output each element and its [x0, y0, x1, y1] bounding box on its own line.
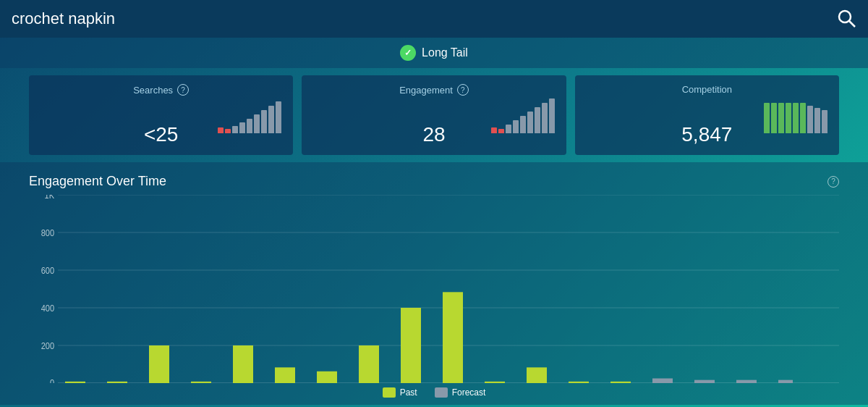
- longtail-label: Long Tail: [422, 46, 468, 59]
- engagement-chart-area: 1K 800 600 400 200 0: [29, 195, 839, 383]
- longtail-bar: ✓ Long Tail: [0, 38, 868, 68]
- metric-card-engagement: Engagement ? 28: [302, 75, 566, 155]
- svg-rect-22: [401, 308, 421, 383]
- svg-rect-28: [652, 379, 673, 384]
- longtail-badge: ✓ Long Tail: [400, 45, 468, 61]
- svg-rect-25: [527, 367, 547, 383]
- mini-bar: [513, 120, 519, 133]
- svg-rect-23: [443, 292, 463, 383]
- svg-text:600: 600: [41, 267, 54, 275]
- mini-bar: [807, 106, 813, 133]
- svg-text:400: 400: [41, 304, 54, 313]
- mini-bar: [822, 110, 827, 133]
- metric-title-competition: Competition: [682, 84, 732, 95]
- engagement-over-time-info-icon[interactable]: ?: [827, 176, 839, 188]
- engagement-info-icon[interactable]: ?: [457, 84, 469, 96]
- mini-bar: [247, 119, 252, 133]
- legend-past: Past: [383, 387, 417, 398]
- section-header: Engagement Over Time ?: [29, 174, 839, 189]
- header: crochet napkin: [0, 0, 868, 38]
- legend-past-label: Past: [400, 387, 417, 398]
- svg-rect-14: [65, 382, 85, 383]
- longtail-icon: ✓: [400, 45, 416, 61]
- mini-bar: [232, 126, 238, 133]
- mini-bar: [793, 103, 799, 133]
- legend-forecast: Forecast: [435, 387, 486, 398]
- svg-rect-20: [317, 372, 337, 383]
- metric-title-engagement: Engagement ?: [399, 84, 469, 96]
- engagement-mini-chart: [290, 97, 554, 133]
- mini-bar: [254, 114, 260, 133]
- svg-rect-19: [275, 367, 295, 383]
- svg-rect-15: [107, 382, 127, 383]
- mini-bar: [542, 103, 548, 133]
- mini-bar: [549, 98, 555, 133]
- mini-bar: [491, 127, 497, 133]
- svg-text:200: 200: [41, 342, 54, 351]
- svg-rect-26: [569, 382, 589, 383]
- page-title: crochet napkin: [12, 9, 115, 28]
- svg-rect-31: [778, 380, 793, 383]
- svg-text:800: 800: [41, 229, 54, 238]
- engagement-chart-svg: 1K 800 600 400 200 0: [29, 195, 839, 383]
- engagement-section: Engagement Over Time ? 1K 800 600 400 20…: [0, 162, 868, 405]
- legend-forecast-label: Forecast: [452, 387, 486, 398]
- metric-card-competition: Competition 5,847: [575, 75, 839, 155]
- mini-bar: [218, 127, 224, 133]
- metric-title-searches: Searches ?: [133, 84, 189, 96]
- mini-bar: [276, 101, 281, 133]
- svg-rect-17: [191, 382, 211, 383]
- mini-bar: [268, 106, 274, 133]
- competition-mini-chart: [563, 97, 827, 133]
- svg-rect-18: [233, 345, 253, 383]
- mini-bar: [786, 103, 791, 133]
- svg-text:1K: 1K: [45, 195, 55, 200]
- chart-legend: Past Forecast: [29, 387, 839, 398]
- searches-info-icon[interactable]: ?: [177, 84, 189, 96]
- svg-rect-21: [359, 345, 379, 383]
- mini-bar: [261, 110, 267, 133]
- svg-point-0: [839, 11, 851, 22]
- mini-bar: [239, 122, 245, 133]
- mini-bar: [771, 103, 777, 133]
- mini-bar: [814, 108, 820, 133]
- svg-rect-30: [736, 380, 757, 383]
- mini-bar: [527, 112, 533, 133]
- section-title: Engagement Over Time: [29, 174, 166, 189]
- mini-bar: [764, 103, 770, 133]
- search-button[interactable]: [836, 8, 856, 30]
- svg-rect-27: [610, 382, 631, 383]
- svg-rect-29: [694, 380, 715, 383]
- mini-bar: [778, 103, 784, 133]
- svg-line-1: [849, 21, 855, 27]
- mini-bar: [520, 116, 526, 133]
- legend-forecast-box: [435, 387, 448, 398]
- mini-bar: [498, 129, 504, 133]
- legend-past-box: [383, 387, 396, 398]
- metrics-row: Searches ? <25 Engagement ?: [0, 68, 868, 162]
- svg-rect-24: [485, 382, 505, 383]
- svg-rect-16: [149, 345, 169, 383]
- mini-bar: [535, 107, 540, 133]
- mini-bar: [506, 125, 511, 133]
- svg-text:0: 0: [50, 379, 54, 383]
- metric-card-searches: Searches ? <25: [29, 75, 293, 155]
- mini-bar: [800, 103, 806, 133]
- searches-mini-chart: [17, 97, 281, 133]
- mini-bar: [225, 129, 231, 133]
